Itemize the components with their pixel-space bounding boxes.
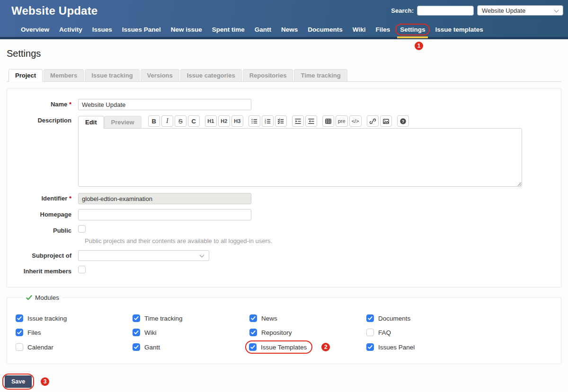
- modules-grid: Issue trackingTime trackingNewsDocuments…: [16, 304, 552, 351]
- outdent-icon[interactable]: [305, 115, 317, 127]
- tab-issue-categories[interactable]: Issue categories: [180, 69, 242, 81]
- module-item-issue-templates: Issue Templates2: [249, 343, 366, 351]
- public-hint: Public projects and their contents are a…: [85, 237, 561, 244]
- module-item-gantt: Gantt: [133, 343, 249, 351]
- preformatted-icon[interactable]: pre: [336, 115, 348, 127]
- link-icon[interactable]: [367, 115, 379, 127]
- code-block-icon[interactable]: </>: [349, 115, 362, 127]
- nav-item-news[interactable]: News: [276, 24, 302, 35]
- name-field[interactable]: [78, 99, 251, 110]
- nav-item-spent-time[interactable]: Spent time: [207, 24, 249, 35]
- module-checkbox-repository[interactable]: [249, 329, 257, 336]
- module-label: Documents: [378, 315, 410, 322]
- module-label: Issues Panel: [378, 344, 415, 351]
- image-icon[interactable]: [380, 115, 392, 127]
- app-header: Website Update Search: Website Update Ov…: [0, 0, 568, 39]
- project-title: Website Update: [11, 4, 98, 17]
- heading-1-icon[interactable]: H1: [205, 115, 217, 127]
- module-item-news: News: [249, 314, 366, 322]
- module-label: Issue Templates: [261, 344, 307, 351]
- description-edit-tab[interactable]: Edit: [78, 116, 104, 129]
- list-ordered-icon[interactable]: 123: [262, 115, 274, 127]
- italic-icon[interactable]: I: [161, 115, 173, 127]
- nav-item-activity[interactable]: Activity: [54, 24, 87, 35]
- module-label: Gantt: [144, 344, 160, 351]
- tab-time-tracking[interactable]: Time tracking: [294, 69, 347, 81]
- module-item-wiki: Wiki: [133, 329, 249, 336]
- module-checkbox-issues-panel[interactable]: [366, 343, 374, 351]
- module-item-repository: Repository: [249, 329, 366, 336]
- modules-fieldset: Modules Issue trackingTime trackingNewsD…: [7, 294, 561, 364]
- nav-item-wiki[interactable]: Wiki: [348, 24, 371, 35]
- module-item-issue-tracking: Issue tracking: [16, 314, 133, 322]
- nav-item-documents[interactable]: Documents: [303, 24, 347, 35]
- module-checkbox-issue-tracking[interactable]: [16, 314, 23, 322]
- identifier-field: [78, 193, 251, 204]
- list-checklist-icon[interactable]: [275, 115, 287, 127]
- public-checkbox[interactable]: [78, 225, 86, 233]
- inline-code-icon[interactable]: C: [188, 115, 200, 127]
- search-input[interactable]: [417, 6, 474, 16]
- inherit-members-checkbox[interactable]: [78, 266, 86, 273]
- page-title: Settings: [7, 48, 561, 59]
- nav-item-issue-templates[interactable]: Issue templates: [430, 24, 488, 35]
- description-preview-tab[interactable]: Preview: [104, 116, 142, 128]
- module-item-files: Files: [16, 329, 133, 336]
- subproject-select[interactable]: [78, 250, 209, 261]
- heading-3-icon[interactable]: H3: [231, 115, 243, 127]
- nav-item-settings[interactable]: Settings: [395, 24, 430, 35]
- module-label: FAQ: [378, 329, 391, 336]
- required-asterisk: *: [69, 195, 71, 202]
- help-icon[interactable]: ?: [397, 115, 409, 127]
- nav-item-files[interactable]: Files: [371, 24, 395, 35]
- nav-item-new-issue[interactable]: New issue: [166, 24, 207, 35]
- module-checkbox-files[interactable]: [16, 329, 23, 336]
- module-checkbox-wiki[interactable]: [133, 329, 140, 336]
- project-jump-select[interactable]: Website Update: [477, 5, 563, 16]
- module-checkbox-issue-templates[interactable]: [249, 343, 257, 351]
- module-label: News: [261, 315, 277, 322]
- nav-item-gantt[interactable]: Gantt: [250, 24, 276, 35]
- module-item-issues-panel: Issues Panel: [366, 343, 483, 351]
- public-label: Public: [7, 225, 78, 234]
- tab-versions[interactable]: Versions: [141, 69, 179, 81]
- description-label: Description: [7, 115, 78, 124]
- subproject-label: Subproject of: [7, 250, 78, 259]
- nav-item-overview[interactable]: Overview: [16, 24, 54, 35]
- module-checkbox-calendar[interactable]: [16, 343, 23, 351]
- homepage-field[interactable]: [78, 209, 251, 220]
- nav-item-issues[interactable]: Issues: [88, 24, 117, 35]
- chevron-down-icon: [554, 8, 559, 13]
- nav-item-issues-panel[interactable]: Issues Panel: [117, 24, 166, 35]
- annotation-step-1: 1: [415, 42, 423, 50]
- description-field[interactable]: [78, 128, 522, 187]
- heading-2-icon[interactable]: H2: [218, 115, 230, 127]
- annotation-step-2: 2: [321, 343, 330, 351]
- module-label: Files: [27, 329, 41, 336]
- project-jump-value: Website Update: [482, 7, 525, 14]
- save-button[interactable]: Save: [5, 375, 32, 388]
- tab-members[interactable]: Members: [44, 69, 84, 81]
- tab-repositories[interactable]: Repositories: [243, 69, 293, 81]
- module-checkbox-documents[interactable]: [366, 314, 374, 322]
- table-icon[interactable]: [322, 115, 334, 127]
- tab-project[interactable]: Project: [9, 69, 43, 82]
- bold-icon[interactable]: B: [148, 115, 160, 127]
- module-item-time-tracking: Time tracking: [133, 314, 249, 322]
- wiki-toolbar: BISCH1H2H3123pre</>?: [148, 115, 410, 128]
- module-checkbox-faq[interactable]: [366, 329, 374, 336]
- strikethrough-icon[interactable]: S: [175, 115, 186, 127]
- module-checkbox-news[interactable]: [249, 314, 257, 322]
- save-highlight-ellipse: Save: [2, 374, 34, 390]
- inherit-members-label: Inherit members: [7, 266, 78, 275]
- module-item-faq: FAQ: [366, 329, 483, 336]
- svg-text:3: 3: [265, 122, 266, 124]
- module-checkbox-time-tracking[interactable]: [133, 314, 140, 322]
- indent-icon[interactable]: [292, 115, 304, 127]
- module-label: Repository: [261, 329, 292, 336]
- module-checkbox-gantt[interactable]: [133, 343, 140, 351]
- module-item-calendar: Calendar: [16, 343, 133, 351]
- homepage-label: Homepage: [7, 209, 78, 218]
- tab-issue-tracking[interactable]: Issue tracking: [85, 69, 139, 81]
- list-unordered-icon[interactable]: [248, 115, 260, 127]
